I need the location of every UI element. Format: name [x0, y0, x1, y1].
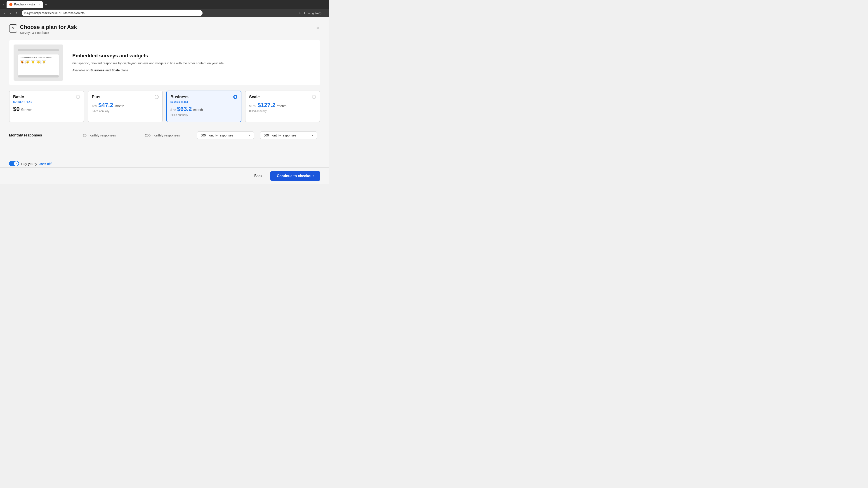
- plus-billed: Billed annually: [92, 109, 159, 113]
- plan-name-business: Business: [170, 95, 188, 99]
- plan-price-scale: $159 $127.2 /month: [249, 102, 316, 109]
- scale-responses-dropdown-btn[interactable]: 500 monthly responses ▼: [260, 131, 317, 139]
- toggle-check-icon: ✓: [16, 162, 17, 165]
- page-header: ? Choose a plan for Ask Surveys & Feedba…: [9, 24, 320, 35]
- plan-radio-plus[interactable]: [155, 95, 159, 99]
- basic-responses-value: 20 monthly responses: [68, 133, 131, 137]
- plan-card-basic-header: Basic: [13, 95, 80, 99]
- business-price-main: $63.2: [177, 105, 192, 112]
- forward-nav-button[interactable]: ›: [8, 11, 12, 15]
- plan-card-plus[interactable]: Plus $59 $47.2 /month Billed annually: [88, 91, 163, 122]
- back-button[interactable]: Back: [250, 172, 267, 180]
- url-bar[interactable]: insights.hotjar.com/sites/3837610/feedba…: [22, 10, 203, 16]
- tab-prev-btn[interactable]: ‹: [2, 2, 6, 7]
- reload-button[interactable]: ↻: [14, 11, 20, 16]
- scale-price-main: $127.2: [257, 102, 276, 109]
- plan-radio-business[interactable]: [233, 95, 237, 99]
- plan-radio-basic[interactable]: [76, 95, 80, 99]
- plan-radio-scale[interactable]: [312, 95, 316, 99]
- feature-availability: Available on Business and Scale plans: [72, 68, 224, 72]
- plan-name-basic: Basic: [13, 95, 24, 99]
- browser-chrome: ‹ 🔥 Feedback - Hotjar × +: [0, 0, 329, 9]
- basic-price-period: /forever: [21, 108, 32, 111]
- plan-badge-basic: CURRENT PLAN: [13, 101, 80, 103]
- plan-price-business: $79 $63.2 /month: [170, 105, 237, 112]
- responses-row: Monthly responses 20 monthly responses 2…: [9, 128, 320, 139]
- active-tab[interactable]: 🔥 Feedback - Hotjar ×: [6, 1, 43, 8]
- plans-row: Basic CURRENT PLAN $0 /forever Plus $59 …: [9, 91, 320, 122]
- preview-card-text: How would you rate your experience with …: [20, 56, 57, 59]
- bookmark-icon[interactable]: ☆: [298, 11, 301, 15]
- plus-responses-value: 250 monthly responses: [131, 133, 194, 137]
- pay-yearly-toggle-row: ✓ Pay yearly 20% off: [9, 161, 51, 166]
- plan-name-plus: Plus: [92, 95, 100, 99]
- plus-price-period: /month: [114, 104, 124, 108]
- browser-action-icons: ☆ ⬇ Incognito (2) ⋮: [298, 11, 327, 15]
- preview-emojis: 😡 😕 😐 🙂 😄: [20, 60, 57, 64]
- toggle-discount: 20% off: [39, 162, 51, 166]
- continue-to-checkout-button[interactable]: Continue to checkout: [270, 171, 320, 181]
- main-content: ? Choose a plan for Ask Surveys & Feedba…: [0, 17, 329, 184]
- scale-billed: Billed annually: [249, 109, 316, 113]
- business-plan-label: Business: [90, 68, 104, 72]
- plan-price-basic: $0 /forever: [13, 105, 80, 112]
- emoji-3: 😐: [31, 60, 35, 64]
- feature-preview-image: How would you rate your experience with …: [13, 44, 63, 80]
- url-text: insights.hotjar.com/sites/3837610/feedba…: [24, 11, 86, 15]
- business-price-period: /month: [193, 108, 203, 111]
- menu-icon[interactable]: ⋮: [323, 11, 327, 15]
- back-nav-button[interactable]: ‹: [3, 11, 6, 15]
- preview-bar-top: [18, 49, 59, 51]
- page-subtitle: Surveys & Feedback: [20, 31, 77, 35]
- page-title-block: Choose a plan for Ask Surveys & Feedback: [20, 24, 77, 35]
- new-tab-button[interactable]: +: [43, 2, 49, 7]
- plan-card-business[interactable]: Business Recommended $79 $63.2 /month Bi…: [166, 91, 241, 122]
- plan-card-business-header: Business: [170, 95, 237, 99]
- scale-dropdown-arrow: ▼: [311, 134, 313, 137]
- tab-title: Feedback - Hotjar: [14, 3, 36, 6]
- scale-price-period: /month: [277, 104, 287, 108]
- address-bar-row: ‹ › ↻ insights.hotjar.com/sites/3837610/…: [0, 9, 329, 17]
- plan-card-scale[interactable]: Scale $159 $127.2 /month Billed annually: [245, 91, 320, 122]
- scale-responses-value: 500 monthly responses: [264, 133, 296, 137]
- plan-card-plus-header: Plus: [92, 95, 159, 99]
- basic-price-main: $0: [13, 105, 20, 112]
- feature-text: Embedded surveys and widgets Get specifi…: [72, 53, 224, 72]
- toggle-label: Pay yearly: [21, 162, 37, 166]
- plan-card-basic[interactable]: Basic CURRENT PLAN $0 /forever: [9, 91, 84, 122]
- preview-survey-card: How would you rate your experience with …: [18, 55, 59, 76]
- emoji-5: 😄: [41, 60, 46, 64]
- plan-badge-business: Recommended: [170, 101, 237, 103]
- download-icon[interactable]: ⬇: [303, 11, 306, 15]
- preview-bar-bottom: [18, 75, 59, 77]
- plan-card-scale-header: Scale: [249, 95, 316, 99]
- tab-bar: ‹ 🔥 Feedback - Hotjar × +: [2, 1, 327, 8]
- close-tab-button[interactable]: ×: [38, 3, 40, 6]
- business-responses-value: 500 monthly responses: [200, 133, 233, 137]
- scale-plan-label: Scale: [112, 68, 120, 72]
- plan-name-scale: Scale: [249, 95, 260, 99]
- feature-title: Embedded surveys and widgets: [72, 53, 224, 59]
- business-responses-dropdown-btn[interactable]: 500 monthly responses ▼: [197, 131, 254, 139]
- bottom-bar: Back Continue to checkout: [0, 167, 329, 184]
- business-responses-dropdown[interactable]: 500 monthly responses ▼: [194, 131, 257, 139]
- page-icon: ?: [9, 24, 17, 33]
- close-dialog-button[interactable]: ×: [315, 24, 320, 32]
- emoji-4: 🙂: [36, 60, 41, 64]
- business-dropdown-arrow: ▼: [248, 134, 250, 137]
- business-price-original: $79: [170, 108, 176, 111]
- pay-yearly-toggle[interactable]: ✓: [9, 161, 19, 166]
- plus-price-original: $59: [92, 104, 97, 108]
- feature-description: Get specific, relevant responses by disp…: [72, 61, 224, 66]
- emoji-1: 😡: [20, 60, 24, 64]
- toggle-knob: ✓: [14, 161, 19, 166]
- business-billed: Billed annually: [170, 113, 237, 117]
- responses-label: Monthly responses: [9, 133, 68, 137]
- scale-price-original: $159: [249, 104, 256, 108]
- scale-responses-dropdown[interactable]: 500 monthly responses ▼: [257, 131, 320, 139]
- plus-price-main: $47.2: [98, 102, 113, 109]
- profile-icon[interactable]: Incognito (2): [308, 11, 321, 15]
- emoji-2: 😕: [25, 60, 30, 64]
- plan-price-plus: $59 $47.2 /month: [92, 102, 159, 109]
- feature-section: How would you rate your experience with …: [9, 40, 320, 85]
